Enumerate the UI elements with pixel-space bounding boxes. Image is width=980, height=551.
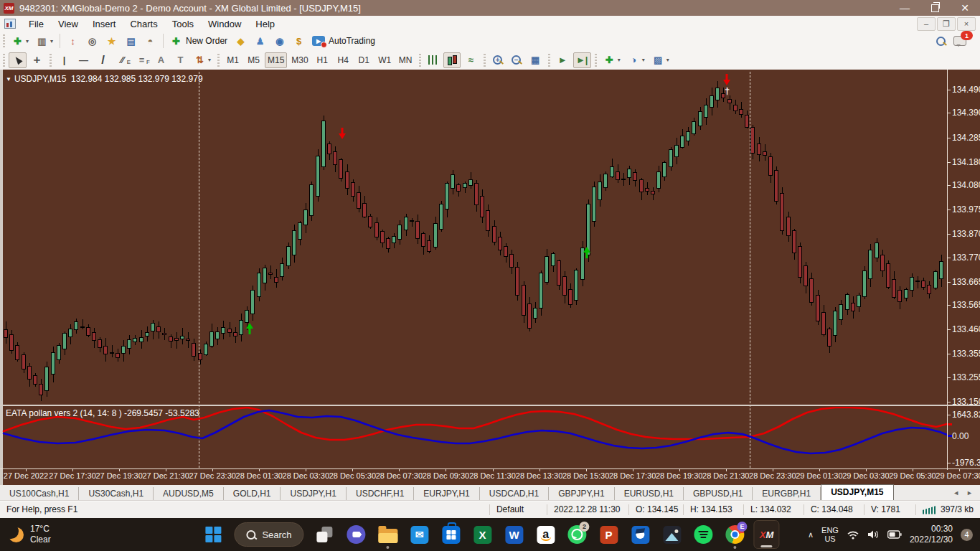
new-chart-button[interactable]: ✚▾ — [9, 33, 32, 49]
weather-widget[interactable]: 17°C Clear — [9, 518, 51, 551]
wifi-icon[interactable] — [847, 530, 859, 540]
chart-tab-eurusd-h1[interactable]: EURUSD,H1 — [615, 487, 684, 500]
chart-tab-us30cash-h1[interactable]: US30Cash,H1 — [79, 487, 154, 500]
bar-chart-mode-button[interactable] — [425, 52, 442, 68]
taskbar-word[interactable]: W — [501, 519, 527, 550]
child-restore-button[interactable]: ❒ — [937, 17, 956, 31]
tray-chevron-icon[interactable]: ∧ — [808, 530, 814, 540]
market-watch-button[interactable]: ↕ — [64, 33, 82, 49]
chart-tab-eurjpy-h1[interactable]: EURJPY,H1 — [414, 487, 479, 500]
close-button[interactable]: ✕ — [950, 0, 980, 16]
taskbar-chrome[interactable]: E — [722, 519, 748, 550]
chart-tab-gold-h1[interactable]: GOLD,H1 — [224, 487, 281, 500]
tf-h4-button[interactable]: H4 — [334, 52, 353, 68]
templates-list-button[interactable]: ▨▾ — [649, 52, 672, 68]
signals-button[interactable]: ◉ — [270, 33, 288, 49]
history-center-button[interactable]: ★ — [103, 33, 121, 49]
chart-tab-eurgbp-h1[interactable]: EURGBP,H1 — [753, 487, 821, 500]
horizontal-line-button[interactable]: — — [75, 52, 93, 68]
taskbar-microsoft-store[interactable] — [438, 519, 464, 550]
tabs-scroll-right-icon[interactable]: ► — [966, 489, 973, 496]
line-chart-mode-button[interactable]: ≈ — [462, 52, 480, 68]
battery-icon[interactable] — [887, 530, 902, 539]
tf-w1-button[interactable]: W1 — [375, 52, 395, 68]
data-window-button[interactable]: ▤ — [122, 33, 140, 49]
tile-windows-button[interactable]: ▦ — [527, 52, 545, 68]
chart-dropdown-icon[interactable]: ▼ — [6, 76, 11, 83]
arrows-tool-button[interactable]: ⇅▾ — [191, 52, 214, 68]
chart-area[interactable]: ▼USDJPY,M15 132.984 132.985 132.979 132.… — [0, 70, 980, 485]
tf-mn-button[interactable]: MN — [396, 52, 415, 68]
candle-chart-mode-button[interactable] — [443, 52, 461, 68]
vertical-line-button[interactable]: | — [55, 52, 73, 68]
taskbar-powerpoint[interactable]: P — [596, 519, 622, 550]
equidistant-channel-button[interactable]: ∕∕E — [113, 52, 131, 68]
taskbar-chat[interactable] — [344, 519, 369, 550]
menu-charts[interactable]: Charts — [123, 16, 164, 32]
deposit-button[interactable]: ◆ — [232, 33, 250, 49]
indicators-list-button[interactable]: ✚▾ — [600, 52, 623, 68]
chart-tab-usdjpy-h1[interactable]: USDJPY,H1 — [281, 487, 346, 500]
restore-button[interactable] — [920, 0, 950, 16]
taskbar-photos[interactable] — [659, 519, 685, 550]
taskbar-amazon[interactable]: a — [533, 519, 559, 550]
volume-icon[interactable] — [867, 529, 880, 540]
chart-window-icon[interactable] — [4, 19, 16, 29]
chart-tab-usdchf-h1[interactable]: USDCHF,H1 — [347, 487, 414, 500]
tf-m30-button[interactable]: M30 — [288, 52, 311, 68]
cursor-button[interactable] — [9, 52, 27, 68]
chart-shift-button[interactable]: ►| — [573, 52, 591, 68]
chart-tab-usdcad-h1[interactable]: USDCAD,H1 — [480, 487, 549, 500]
tf-m5-button[interactable]: M5 — [244, 52, 263, 68]
taskbar-start-button[interactable] — [200, 519, 226, 550]
taskbar-mail[interactable]: ✉ — [407, 519, 433, 550]
menu-window[interactable]: Window — [201, 16, 248, 32]
taskbar-education-app[interactable] — [628, 519, 654, 550]
notification-count-badge[interactable]: 4 — [961, 529, 973, 541]
zoom-out-button[interactable]: − — [508, 52, 525, 68]
menu-help[interactable]: Help — [248, 16, 282, 32]
strategy-tester-button[interactable]: ◓ — [141, 33, 159, 49]
language-indicator[interactable]: ENG US — [821, 526, 839, 543]
crosshair-button[interactable]: + — [28, 52, 46, 68]
notifications-button[interactable]: 1 — [951, 33, 969, 49]
profiles-button[interactable]: ▥▾ — [33, 33, 56, 49]
minimize-button[interactable]: — — [890, 0, 920, 16]
auto-scroll-button[interactable]: ► — [554, 52, 572, 68]
menu-insert[interactable]: Insert — [85, 16, 123, 32]
tf-m15-button[interactable]: M15 — [265, 52, 287, 68]
zoom-in-button[interactable]: + — [489, 52, 507, 68]
menu-view[interactable]: View — [51, 16, 85, 32]
pane-splitter[interactable] — [0, 405, 980, 406]
taskbar-task-view[interactable] — [312, 519, 338, 550]
chart-tab-gbpusd-h1[interactable]: GBPUSD,H1 — [684, 487, 753, 500]
trendline-button[interactable]: / — [94, 52, 112, 68]
community-button[interactable]: ♟ — [251, 33, 269, 49]
periods-list-button[interactable]: ◑▾ — [625, 52, 648, 68]
tf-m1-button[interactable]: M1 — [223, 52, 242, 68]
taskbar-whatsapp[interactable]: 2 — [565, 519, 590, 550]
taskbar-file-explorer[interactable] — [375, 519, 401, 550]
text-button[interactable]: A — [152, 52, 170, 68]
child-minimize-button[interactable]: – — [917, 17, 936, 31]
market-button[interactable]: $ — [290, 33, 308, 49]
chart-tab-us100cash-h1[interactable]: US100Cash,H1 — [0, 487, 79, 500]
taskbar-spotify[interactable] — [691, 519, 717, 550]
tabs-scroll-left-icon[interactable]: ◄ — [953, 489, 959, 496]
child-close-button[interactable]: × — [957, 17, 976, 31]
status-profile[interactable]: Default — [490, 504, 547, 515]
tf-h1-button[interactable]: H1 — [313, 52, 332, 68]
fibonacci-button[interactable]: ≡F — [133, 52, 151, 68]
chart-tab-usdjpy-m15[interactable]: USDJPY,M15 — [821, 484, 893, 500]
navigator-button[interactable]: ◎ — [83, 33, 101, 49]
chart-tab-gbpjpy-h1[interactable]: GBPJPY,H1 — [549, 487, 614, 500]
tf-d1-button[interactable]: D1 — [354, 52, 374, 68]
menu-file[interactable]: File — [22, 16, 51, 32]
autotrading-button[interactable]: ▶AutoTrading — [309, 33, 378, 49]
text-label-button[interactable]: T — [171, 52, 189, 68]
chart-tab-audusd-m5[interactable]: AUDUSD,M5 — [154, 487, 224, 500]
taskbar-search[interactable]: Search — [234, 522, 303, 547]
taskbar-excel[interactable]: X — [470, 519, 496, 550]
search-button[interactable] — [932, 33, 949, 49]
taskbar-xm-app[interactable]: XM — [754, 519, 780, 550]
